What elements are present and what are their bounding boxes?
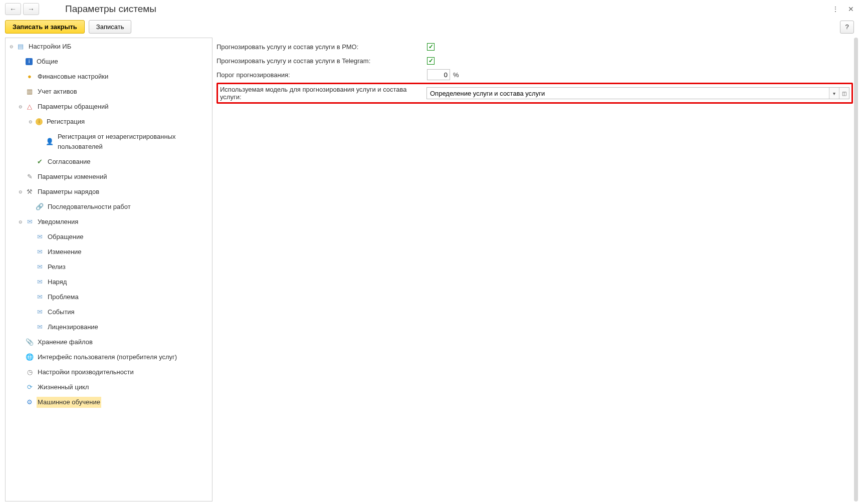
tools-icon: ✎ — [26, 173, 34, 181]
tree-label: Общие — [36, 56, 59, 67]
tree-item-lifecycle[interactable]: ⟳ Жизненный цикл — [6, 380, 212, 395]
tree-item-financial[interactable]: ● Финансовые настройки — [6, 69, 212, 84]
gauge-icon: ◷ — [26, 368, 34, 376]
tree-label: Интерфейс пользователя (потребителя услу… — [37, 352, 178, 363]
tree-item-reg-unreg[interactable]: 👤 Регистрация от незарегистрированных по… — [6, 129, 212, 154]
paperclip-icon: 📎 — [26, 338, 34, 346]
toolbar: Записать и закрыть Записать ? — [0, 18, 862, 38]
tree-label: События — [47, 307, 76, 318]
help-button[interactable]: ? — [840, 21, 854, 34]
tree-item-registration[interactable]: ⊖ i Регистрация — [6, 114, 212, 129]
collapse-icon[interactable]: ⊖ — [18, 102, 24, 112]
notification-icon: ✉ — [36, 248, 44, 256]
notification-icon: ✉ — [26, 218, 34, 226]
notification-icon: ✉ — [36, 308, 44, 316]
info-icon: i — [26, 58, 33, 65]
scrollbar-thumb[interactable] — [854, 38, 858, 501]
tree-label: Жизненный цикл — [37, 382, 90, 393]
tree-root[interactable]: ⊖ ▤ Настройки ИБ — [6, 39, 212, 54]
tree-item-general[interactable]: i Общие — [6, 54, 212, 69]
close-icon[interactable]: ✕ — [848, 5, 854, 13]
tree-item-changes[interactable]: ✎ Параметры изменений — [6, 169, 212, 184]
threshold-input[interactable] — [427, 69, 450, 80]
registration-icon: i — [36, 118, 43, 125]
orders-icon: ⚒ — [26, 188, 34, 196]
tree-item-assets[interactable]: ▥ Учет активов — [6, 84, 212, 99]
user-icon: 👤 — [46, 138, 54, 146]
tree-item-machine-learning[interactable]: ⚙ Машинное обучение — [6, 395, 212, 410]
tree-item-notif-request[interactable]: ✉ Обращение — [6, 229, 212, 244]
save-button[interactable]: Записать — [89, 20, 132, 34]
checkbox-predict-telegram[interactable]: ✓ — [427, 57, 435, 65]
label-predict-telegram: Прогнозировать услугу и состав услуги в … — [217, 57, 427, 65]
tree-item-notif-license[interactable]: ✉ Лицензирование — [6, 320, 212, 335]
tree-label: Хранение файлов — [37, 337, 94, 348]
notification-icon: ✉ — [36, 323, 44, 331]
tree-label: Финансовые настройки — [37, 71, 109, 82]
collapse-icon[interactable]: ⊖ — [28, 117, 34, 127]
warning-icon: △ — [26, 103, 34, 111]
kebab-menu-icon[interactable]: ⋮ — [832, 5, 839, 13]
tree-label: Параметры обращений — [37, 101, 110, 112]
tree-item-approval[interactable]: ✔ Согласование — [6, 154, 212, 169]
settings-root-icon: ▤ — [17, 43, 25, 51]
tree-item-notifications[interactable]: ⊖ ✉ Уведомления — [6, 214, 212, 229]
row-model-highlighted: Используемая модель для прогнозирования … — [217, 83, 853, 104]
tree-label: Настройки ИБ — [28, 41, 72, 52]
tree-item-notif-change[interactable]: ✉ Изменение — [6, 244, 212, 260]
back-button[interactable]: ← — [5, 3, 21, 15]
notification-icon: ✉ — [36, 278, 44, 286]
model-input[interactable] — [427, 88, 829, 99]
collapse-icon[interactable]: ⊖ — [18, 217, 24, 227]
tree-item-files[interactable]: 📎 Хранение файлов — [6, 335, 212, 350]
ml-icon: ⚙ — [26, 398, 34, 406]
notification-icon: ✉ — [36, 293, 44, 301]
tree-label: Уведомления — [37, 216, 79, 227]
content-scrollbar[interactable] — [854, 38, 858, 501]
collapse-icon[interactable]: ⊖ — [18, 187, 24, 197]
window-header: ← → Параметры системы ⋮ ✕ — [0, 0, 862, 18]
tree-label: Машинное обучение — [37, 397, 101, 408]
tree-label: Параметры изменений — [37, 171, 108, 182]
form-panel: Прогнозировать услугу и состав услуги в … — [217, 38, 857, 501]
label-predict-rmo: Прогнозировать услугу и состав услуги в … — [217, 43, 427, 51]
tree-label: Наряд — [47, 277, 68, 288]
globe-icon: 🌐 — [26, 353, 34, 361]
checkbox-predict-rmo[interactable]: ✓ — [427, 43, 435, 51]
tree-item-orders[interactable]: ⊖ ⚒ Параметры нарядов — [6, 184, 212, 199]
approval-icon: ✔ — [36, 158, 44, 166]
tree-label: Изменение — [47, 246, 83, 258]
model-combobox[interactable]: ▾ ◫ — [426, 87, 849, 99]
tree-label: Релиз — [47, 262, 67, 273]
tree-item-notif-problem[interactable]: ✉ Проблема — [6, 290, 212, 305]
tree-label: Лицензирование — [47, 322, 99, 333]
tree-item-interface[interactable]: 🌐 Интерфейс пользователя (потребителя ус… — [6, 350, 212, 365]
tree-label: Параметры нарядов — [37, 186, 100, 197]
tree-item-notif-order[interactable]: ✉ Наряд — [6, 275, 212, 290]
tree-label: Регистрация — [46, 116, 86, 127]
tree-item-requests[interactable]: ⊖ △ Параметры обращений — [6, 99, 212, 114]
label-threshold: Порог прогнозирования: — [217, 71, 427, 79]
open-button[interactable]: ◫ — [839, 88, 849, 99]
tree-label: Последовательности работ — [47, 201, 132, 212]
dropdown-button[interactable]: ▾ — [829, 88, 839, 99]
row-predict-telegram: Прогнозировать услугу и состав услуги в … — [217, 54, 857, 68]
row-predict-rmo: Прогнозировать услугу и состав услуги в … — [217, 40, 857, 54]
tree-label: Регистрация от незарегистрированных поль… — [57, 131, 210, 152]
settings-tree[interactable]: ⊖ ▤ Настройки ИБ i Общие ● Финансовые на… — [5, 38, 212, 501]
threshold-unit: % — [453, 71, 459, 79]
label-model: Используемая модель для прогнозирования … — [220, 86, 426, 101]
collapse-icon[interactable]: ⊖ — [9, 42, 15, 52]
tree-item-notif-events[interactable]: ✉ События — [6, 305, 212, 320]
tree-label: Обращение — [47, 231, 84, 242]
tree-item-sequences[interactable]: 🔗 Последовательности работ — [6, 199, 212, 214]
tree-label: Настройки производительности — [37, 367, 135, 378]
tree-label: Проблема — [47, 292, 80, 303]
tree-item-notif-release[interactable]: ✉ Релиз — [6, 260, 212, 275]
link-icon: 🔗 — [36, 203, 44, 211]
save-and-close-button[interactable]: Записать и закрыть — [5, 20, 85, 34]
page-title: Параметры системы — [65, 4, 156, 15]
tree-label: Учет активов — [37, 86, 78, 97]
forward-button[interactable]: → — [23, 3, 39, 15]
tree-item-performance[interactable]: ◷ Настройки производительности — [6, 365, 212, 380]
